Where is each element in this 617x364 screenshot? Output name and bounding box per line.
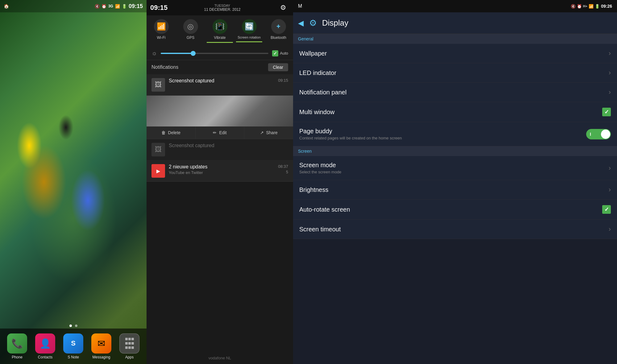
wifi-label: Wi-Fi (157, 35, 166, 40)
screen-mode-sub: Select the screen mode (299, 170, 609, 174)
gps-icon: ◎ (183, 19, 198, 34)
battery-status-icon: 🔋 (595, 4, 600, 9)
battery-icon: 🔋 (122, 4, 127, 9)
screenshot2-title: Screenshot captured (169, 143, 288, 148)
notif-date-day: TUESDAY (204, 4, 241, 7)
settings-title: Display (322, 18, 348, 28)
multi-window-title: Multi window (299, 109, 602, 116)
edit-label: Edit (219, 130, 226, 135)
dock-phone[interactable]: 📞 Phone (7, 333, 27, 359)
toggle-screen-rotation[interactable]: 🔄 Screen rotation (236, 19, 262, 43)
home-status-right: 🔇 ⏰ 3G 📶 🔋 09:15 (95, 3, 143, 10)
home-dock: 📞 Phone 👤 Contacts S S Note ✉ Messaging (0, 329, 147, 364)
clear-button[interactable]: Clear (268, 63, 288, 71)
notification-panel: 09:15 TUESDAY 11 DECEMBER. 2012 ⚙ 📶 Wi-F… (147, 0, 293, 364)
settings-screen-mode[interactable]: Screen mode Select the screen mode › (293, 156, 617, 180)
apps-label: Apps (125, 355, 134, 359)
settings-brightness[interactable]: Brightness › (293, 180, 617, 200)
share-action[interactable]: ↗ Share (244, 126, 293, 139)
edit-action[interactable]: ✏ Edit (196, 126, 245, 139)
notif-panel-arrow: › (609, 88, 611, 96)
delete-label: Delete (168, 130, 180, 135)
screenshot-thumb-icon: 🖼 (151, 78, 165, 92)
notification-screenshot-2[interactable]: 🖼 Screenshot captured (147, 139, 293, 160)
settings-section-screen: Screen (293, 146, 617, 156)
brightness-row: ☼ ✓ Auto (147, 47, 293, 60)
brightness-arrow: › (609, 186, 611, 194)
auto-rotate-title: Auto-rotate screen (299, 206, 602, 213)
notif-settings-button[interactable]: ⚙ (277, 2, 289, 14)
wallpaper-arrow: › (609, 49, 611, 57)
bluetooth-icon: + (271, 19, 286, 34)
update-time: 08:37 (278, 164, 288, 169)
page-buddy-toggle[interactable]: I (586, 129, 611, 139)
notif-screenshot2-content: Screenshot captured (169, 143, 288, 148)
settings-notification-panel[interactable]: Notification panel › (293, 83, 617, 102)
phone-icon: 📞 (7, 333, 27, 354)
settings-gear-icon: ⚙ (307, 18, 318, 29)
dock-contacts[interactable]: 👤 Contacts (35, 333, 55, 359)
share-icon: ↗ (260, 130, 264, 135)
parrot-wallpaper (0, 0, 147, 364)
notification-updates[interactable]: ▶ 2 nieuwe updates YouTube en Twitter 08… (147, 160, 293, 182)
home-screen: 🏠 🔇 ⏰ 3G 📶 🔋 09:15 📞 Phone 👤 Contacts S … (0, 0, 147, 364)
screenshot-actions: 🗑 Delete ✏ Edit ↗ Share (147, 126, 293, 139)
notif-panel-left: Notification panel (299, 89, 609, 96)
led-left: LED indicator (299, 69, 609, 77)
edit-icon: ✏ (213, 130, 217, 135)
home-status-left: 🏠 (4, 4, 9, 9)
snote-label: S Note (68, 355, 79, 359)
auto-rotate-checkbox[interactable]: ✓ (602, 205, 611, 214)
toggle-knob (601, 130, 610, 139)
notifications-title: Notifications (151, 64, 178, 70)
notification-screenshot-1[interactable]: 🖼 Screenshot captured 09:15 (147, 74, 293, 96)
dock-apps[interactable]: Apps (119, 333, 139, 359)
settings-status-bar: M 🔇 ⏰ H+ 📶 🔋 09:26 (293, 0, 617, 12)
screen-mode-arrow: › (609, 164, 611, 172)
page-buddy-left: Page buddy Context related pages will be… (299, 128, 586, 140)
dot-2 (75, 325, 77, 327)
settings-wallpaper[interactable]: Wallpaper › (293, 44, 617, 63)
auto-rotate-left: Auto-rotate screen (299, 206, 602, 213)
settings-header: ◀ ⚙ Display (293, 12, 617, 34)
dock-messaging[interactable]: ✉ Messaging (91, 333, 111, 359)
dock-snote[interactable]: S S Note (63, 333, 83, 359)
gmail-icon: M (298, 3, 302, 9)
settings-auto-rotate[interactable]: Auto-rotate screen ✓ (293, 200, 617, 220)
home-page-dots (69, 325, 77, 327)
home-time: 09:15 (129, 3, 143, 10)
settings-led[interactable]: LED indicator › (293, 63, 617, 83)
carrier-bar: vodafone NL (147, 352, 293, 364)
toggle-bluetooth[interactable]: + Bluetooth (265, 19, 292, 43)
wallpaper-left: Wallpaper (299, 50, 609, 57)
gps-label: GPS (187, 35, 194, 40)
back-button[interactable]: ◀ (298, 19, 304, 27)
settings-multi-window[interactable]: Multi window ✓ (293, 102, 617, 122)
notifications-bar: Notifications Clear (147, 60, 293, 74)
snote-icon: S (63, 333, 83, 354)
brightness-title: Brightness (299, 186, 609, 193)
brightness-slider[interactable] (161, 53, 268, 54)
multi-window-checkbox[interactable]: ✓ (602, 108, 611, 116)
led-title: LED indicator (299, 69, 609, 77)
notif-header: 09:15 TUESDAY 11 DECEMBER. 2012 ⚙ (147, 0, 293, 15)
vibrate-label: Vibrate (214, 35, 226, 40)
settings-screen-timeout[interactable]: Screen timeout › (293, 220, 617, 239)
auto-brightness-check[interactable]: ✓ Auto (272, 50, 288, 56)
alarm-status-icon: ⏰ (577, 4, 582, 9)
toggle-on-label: I (590, 132, 591, 137)
settings-page-buddy[interactable]: Page buddy Context related pages will be… (293, 122, 617, 146)
page-buddy-title: Page buddy (299, 128, 586, 135)
apps-icon (119, 333, 139, 354)
toggle-gps[interactable]: ◎ GPS (177, 19, 204, 43)
vibrate-active-bar (207, 42, 233, 43)
toggle-wifi[interactable]: 📶 Wi-Fi (148, 19, 174, 43)
toggle-vibrate[interactable]: 📳 Vibrate (207, 19, 233, 43)
settings-panel: M 🔇 ⏰ H+ 📶 🔋 09:26 ◀ ⚙ Display General W… (293, 0, 617, 364)
update-subtitle: YouTube en Twitter (169, 170, 278, 175)
contacts-icon: 👤 (35, 333, 55, 354)
wallpaper-title: Wallpaper (299, 50, 609, 57)
delete-action[interactable]: 🗑 Delete (147, 126, 196, 139)
mute-icon: 🔇 (95, 4, 100, 9)
notif-time: 09:15 (150, 4, 168, 12)
